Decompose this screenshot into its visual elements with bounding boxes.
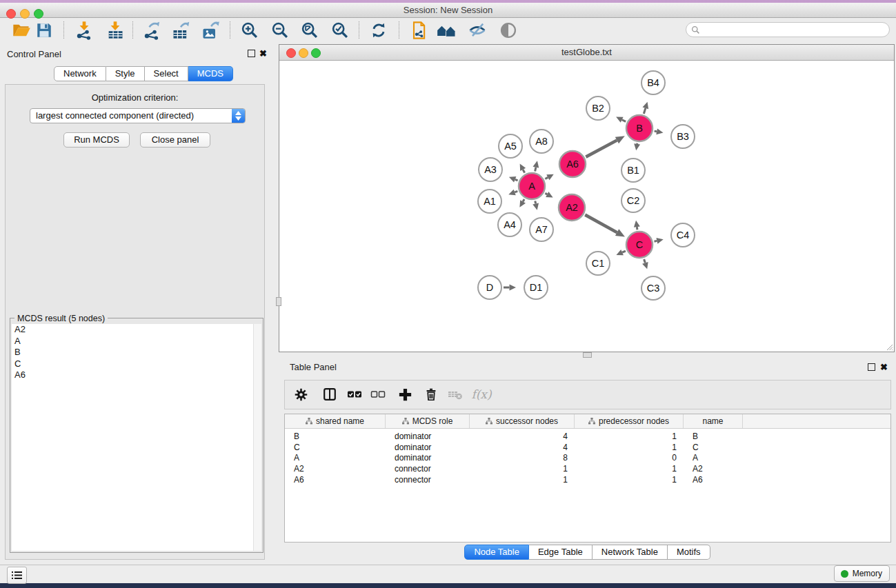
column-header-successor-nodes[interactable]: successor nodes [470,414,575,428]
node-C1[interactable]: C1 [586,252,610,275]
table-row[interactable]: Adominator80A [285,452,890,463]
node-C3[interactable]: C3 [641,276,665,300]
export-image-button[interactable] [199,19,221,41]
export-table-button[interactable] [170,19,192,41]
node-D1[interactable]: D1 [524,276,548,299]
edge-C-C1[interactable] [622,251,626,252]
node-C2[interactable]: C2 [621,189,645,212]
tab-network-table[interactable]: Network Table [593,545,668,560]
select-all-button[interactable] [345,385,364,404]
save-session-button[interactable] [33,19,55,41]
function-builder-button[interactable]: f(x) [469,385,494,404]
resize-grip-icon[interactable] [885,343,893,351]
search-input[interactable] [703,24,889,35]
close-panel-button[interactable]: Close panel [140,132,210,148]
node-A6[interactable]: A6 [559,151,586,177]
edge-A-A2[interactable] [545,193,547,194]
zoom-window-button[interactable] [34,9,43,19]
edge-A2-C[interactable] [585,215,617,233]
table-row[interactable]: Bdominator41B [285,431,890,442]
create-column-button[interactable] [395,385,415,404]
column-header-MCDS-role[interactable]: MCDS role [386,414,470,428]
table-panel-float-button[interactable] [868,363,875,371]
table-row[interactable]: Cdominator41C [285,442,890,453]
import-table-button[interactable] [104,19,126,41]
table-row[interactable]: A6connector11A6 [285,474,890,485]
edge-A-A1[interactable] [515,191,517,192]
network-zoom-button[interactable] [311,48,321,58]
node-C4[interactable]: C4 [671,223,695,247]
table-settings-button[interactable] [291,385,310,404]
open-session-button[interactable] [10,19,32,41]
clone-network-button[interactable] [408,19,430,41]
tab-mcds[interactable]: MCDS [188,66,233,81]
node-B3[interactable]: B3 [671,125,695,148]
zoom-selected-button[interactable] [329,19,351,41]
node-A4[interactable]: A4 [498,213,521,236]
network-close-button[interactable] [286,48,296,58]
tab-node-table[interactable]: Node Table [464,545,529,560]
edge-C-C4[interactable] [654,241,657,241]
edge-B-B2[interactable] [622,120,626,122]
mcds-result-list[interactable]: A2ABCA6 [12,324,261,551]
network-minimize-button[interactable] [299,48,308,58]
result-item[interactable]: B [12,347,261,358]
memory-button[interactable]: Memory [834,565,890,582]
edge-A-A6[interactable] [545,177,548,179]
edge-C-C2[interactable] [637,227,637,230]
control-panel-float-button[interactable] [248,50,255,57]
table-row[interactable]: A2connector11A2 [285,463,890,474]
toolbar-search[interactable] [686,22,890,37]
tab-motifs[interactable]: Motifs [668,545,710,560]
deselect-all-button[interactable] [368,385,388,404]
edge-A-A7[interactable] [535,201,536,203]
zoom-fit-button[interactable] [299,19,321,41]
horizontal-splitter-handle[interactable] [583,352,592,358]
result-item[interactable]: A6 [12,369,261,381]
delete-table-button[interactable] [446,385,465,404]
result-item[interactable]: C [12,358,261,370]
result-scrollbar[interactable] [253,324,261,551]
node-A7[interactable]: A7 [530,218,553,241]
birdseye-view-button[interactable] [497,19,519,41]
tab-network[interactable]: Network [54,66,106,81]
tab-style[interactable]: Style [106,66,145,81]
column-header-name[interactable]: name [684,414,743,428]
node-A3[interactable]: A3 [479,158,502,181]
node-A5[interactable]: A5 [499,134,522,158]
column-header-predecessor-nodes[interactable]: predecessor nodes [575,414,684,428]
node-B1[interactable]: B1 [621,159,645,182]
column-header-shared-name[interactable]: shared name [285,414,386,428]
criterion-dropdown[interactable]: largest connected component (directed) [30,108,246,123]
node-A8[interactable]: A8 [530,130,553,153]
edge-A-A8[interactable] [535,168,536,172]
task-history-button[interactable] [7,567,27,584]
edge-A-A5[interactable] [523,170,524,173]
tab-select[interactable]: Select [145,66,188,81]
close-window-button[interactable] [6,9,16,19]
node-A1[interactable]: A1 [478,190,501,213]
run-mcds-button[interactable]: Run MCDS [63,132,130,148]
import-network-button[interactable] [73,19,95,41]
export-network-button[interactable] [141,19,163,41]
edge-A-A4[interactable] [523,199,524,201]
edge-A-A3[interactable] [515,179,518,181]
hide-graphics-button[interactable] [466,19,488,41]
zoom-in-button[interactable] [239,19,261,41]
edge-B-B4[interactable] [644,108,645,114]
result-item[interactable]: A [12,336,261,347]
control-panel-close-icon[interactable]: ✖ [259,49,267,58]
apply-layout-button[interactable] [368,19,390,41]
result-item[interactable]: A2 [12,324,261,336]
minimize-window-button[interactable] [20,9,30,19]
network-graph[interactable]: B4B2BB3A8A5A6A3B1AC2A1A2A4A7C4CC1C3DD1 [279,60,894,352]
edge-B-B3[interactable] [655,131,657,132]
node-B2[interactable]: B2 [586,97,610,120]
node-D[interactable]: D [478,276,501,299]
edge-A6-B[interactable] [586,140,617,156]
node-B4[interactable]: B4 [641,71,665,94]
node-B[interactable]: B [626,115,653,141]
home-button[interactable] [436,19,458,41]
edge-C-C3[interactable] [644,259,646,263]
toggle-panel-view-button[interactable] [320,385,339,404]
